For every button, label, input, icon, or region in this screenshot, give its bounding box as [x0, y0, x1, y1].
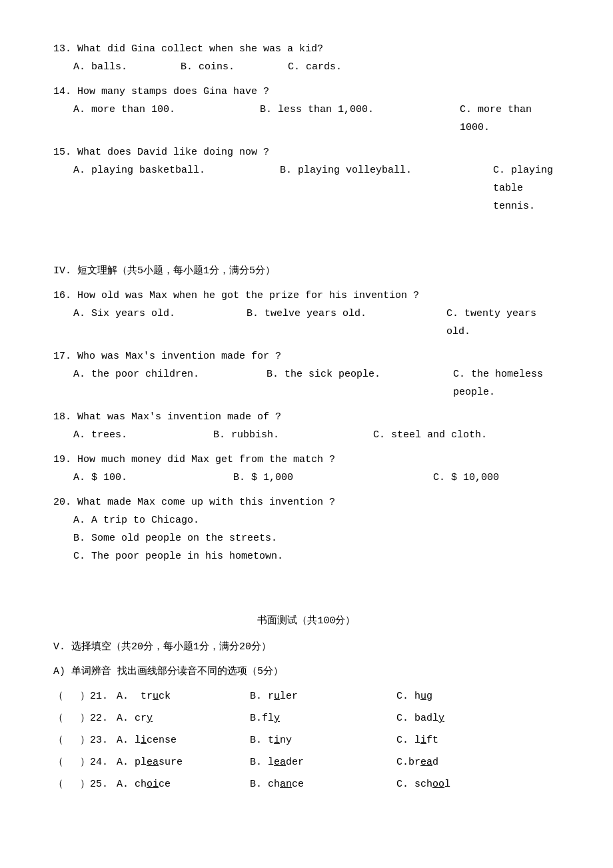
question-13-text: 13. What did Gina collect when she was a… [53, 40, 560, 58]
question-17-text: 17. Who was Max's invention made for ? [53, 347, 560, 365]
option-17-b: B. the sick people. [267, 365, 400, 401]
option-23-b: B. tiny [250, 731, 396, 749]
section-5-title: V. 选择填空（共20分，每小题1分，满分20分） [53, 638, 560, 656]
question-25-paren-close: ） [80, 775, 90, 793]
section-4: IV. 短文理解（共5小题，每小题1分，满分5分） 16. How old wa… [53, 262, 560, 565]
question-24-num: 24. [90, 753, 117, 771]
option-15-b: B. playing volleyball. [280, 161, 440, 215]
divider-3 [53, 572, 560, 592]
question-23-paren-blank [67, 731, 80, 749]
question-19: 19. How much money did Max get from the … [53, 451, 560, 487]
question-15-options: A. playing basketball. B. playing volley… [73, 161, 560, 215]
option-15-a: A. playing basketball. [73, 161, 227, 215]
option-23-a: A. license [117, 731, 250, 749]
question-20-options: A. A trip to Chicago. B. Some old people… [73, 511, 560, 565]
option-22-b: B.fly [250, 709, 396, 727]
question-23-row: （ ） 23. A. license B. tiny C. lift [53, 731, 560, 749]
option-16-b: B. twelve years old. [247, 305, 393, 341]
option-22-a: A. cry [117, 709, 250, 727]
question-17: 17. Who was Max's invention made for ? A… [53, 347, 560, 401]
section-4-title: IV. 短文理解（共5小题，每小题1分，满分5分） [53, 262, 560, 280]
question-25-paren-blank [67, 775, 80, 793]
option-18-c: C. steel and cloth. [373, 426, 487, 444]
option-19-b: B. $ 1,000 [233, 469, 380, 487]
option-18-b: B. rubbish. [213, 426, 320, 444]
listening-section: 13. What did Gina collect when she was a… [53, 40, 560, 215]
option-14-a: A. more than 100. [73, 101, 207, 137]
option-15-c: C. playing table tennis. [493, 161, 560, 215]
question-19-options: A. $ 100. B. $ 1,000 C. $ 10,000 [73, 469, 560, 487]
question-17-options: A. the poor children. B. the sick people… [73, 365, 560, 401]
question-22-num: 22. [90, 709, 117, 727]
question-20-text: 20. What made Max come up with this inve… [53, 493, 560, 511]
option-17-a: A. the poor children. [73, 365, 213, 401]
question-14-options: A. more than 100. B. less than 1,000. C.… [73, 101, 560, 137]
question-14: 14. How many stamps does Gina have ? A. … [53, 83, 560, 137]
option-24-b: B. leader [250, 753, 396, 771]
question-24-row: （ ） 24. A. pleasure B. leader C.bread [53, 753, 560, 771]
question-21-paren-blank [67, 687, 80, 705]
divider-4 [53, 592, 560, 612]
option-19-a: A. $ 100. [73, 469, 180, 487]
question-16: 16. How old was Max when he got the priz… [53, 287, 560, 341]
question-24-paren-blank [67, 753, 80, 771]
option-25-a: A. choice [117, 775, 250, 793]
option-16-c: C. twenty years old. [446, 305, 560, 341]
option-16-a: A. Six years old. [73, 305, 193, 341]
question-22-paren-close: ） [80, 709, 90, 727]
option-20-c: C. The poor people in his hometown. [73, 547, 560, 565]
option-13-c: C. cards. [288, 58, 342, 76]
option-21-b: B. ruler [250, 687, 396, 705]
option-24-c: C.bread [396, 753, 438, 771]
question-21-num: 21. [90, 687, 117, 705]
question-21-paren-open: （ [53, 687, 67, 705]
option-14-b: B. less than 1,000. [260, 101, 406, 137]
section-5-subtitle: A) 单词辨音 找出画线部分读音不同的选项（5分） [53, 663, 560, 681]
option-13-a: A. balls. [73, 58, 127, 76]
question-21-row: （ ） 21. A. truck B. ruler C. hug [53, 687, 560, 705]
question-22-paren-blank [67, 709, 80, 727]
question-18: 18. What was Max's invention made of ? A… [53, 408, 560, 444]
question-15: 15. What does David like doing now ? A. … [53, 143, 560, 215]
question-18-options: A. trees. B. rubbish. C. steel and cloth… [73, 426, 560, 444]
question-19-text: 19. How much money did Max get from the … [53, 451, 560, 469]
question-16-text: 16. How old was Max when he got the priz… [53, 287, 560, 305]
option-25-b: B. chance [250, 775, 396, 793]
question-15-text: 15. What does David like doing now ? [53, 143, 560, 161]
divider-2 [53, 242, 560, 262]
option-13-b: B. coins. [181, 58, 235, 76]
question-24-paren-close: ） [80, 753, 90, 771]
question-23-num: 23. [90, 731, 117, 749]
option-19-c: C. $ 10,000 [433, 469, 499, 487]
question-16-options: A. Six years old. B. twelve years old. C… [73, 305, 560, 341]
question-14-text: 14. How many stamps does Gina have ? [53, 83, 560, 101]
question-22-row: （ ） 22. A. cry B.fly C. badly [53, 709, 560, 727]
divider-1 [53, 222, 560, 242]
question-25-num: 25. [90, 775, 117, 793]
question-21-paren-close: ） [80, 687, 90, 705]
question-23-paren-open: （ [53, 731, 67, 749]
option-14-c: C. more than 1000. [460, 101, 560, 137]
option-22-c: C. badly [396, 709, 444, 727]
option-20-a: A. A trip to Chicago. [73, 511, 560, 529]
question-13-options: A. balls. B. coins. C. cards. [73, 58, 560, 76]
option-21-a: A. truck [117, 687, 250, 705]
section-5: V. 选择填空（共20分，每小题1分，满分20分） A) 单词辨音 找出画线部分… [53, 638, 560, 793]
question-24-paren-open: （ [53, 753, 67, 771]
option-25-c: C. school [396, 775, 450, 793]
option-20-b: B. Some old people on the streets. [73, 529, 560, 547]
question-20: 20. What made Max come up with this inve… [53, 493, 560, 565]
question-23-paren-close: ） [80, 731, 90, 749]
written-test-title: 书面测试（共100分） [53, 612, 560, 630]
question-25-row: （ ） 25. A. choice B. chance C. school [53, 775, 560, 793]
question-25-paren-open: （ [53, 775, 67, 793]
option-24-a: A. pleasure [117, 753, 250, 771]
option-23-c: C. lift [396, 731, 438, 749]
question-22-paren-open: （ [53, 709, 67, 727]
question-18-text: 18. What was Max's invention made of ? [53, 408, 560, 426]
question-13: 13. What did Gina collect when she was a… [53, 40, 560, 76]
option-18-a: A. trees. [73, 426, 160, 444]
option-17-c: C. the homeless people. [453, 365, 560, 401]
option-21-c: C. hug [396, 687, 432, 705]
